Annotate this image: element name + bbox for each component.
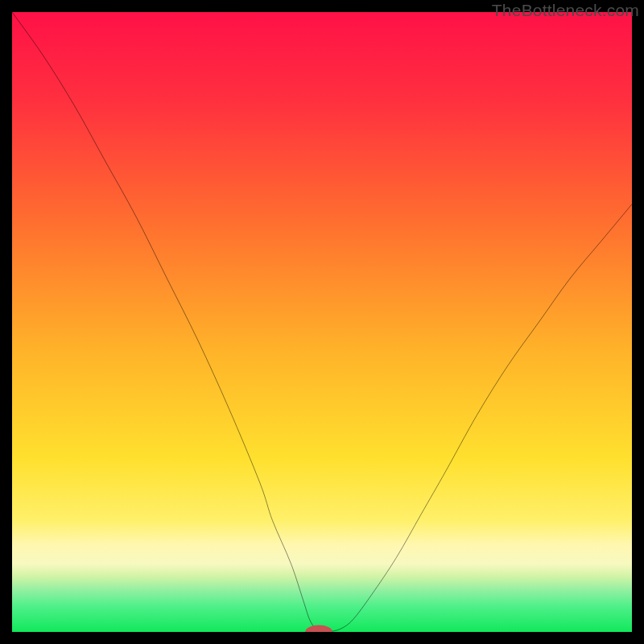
watermark-text: TheBottleneck.com <box>492 2 639 19</box>
chart-svg <box>12 12 632 632</box>
chart-stage: TheBottleneck.com <box>0 0 644 644</box>
chart-plot <box>12 12 632 632</box>
